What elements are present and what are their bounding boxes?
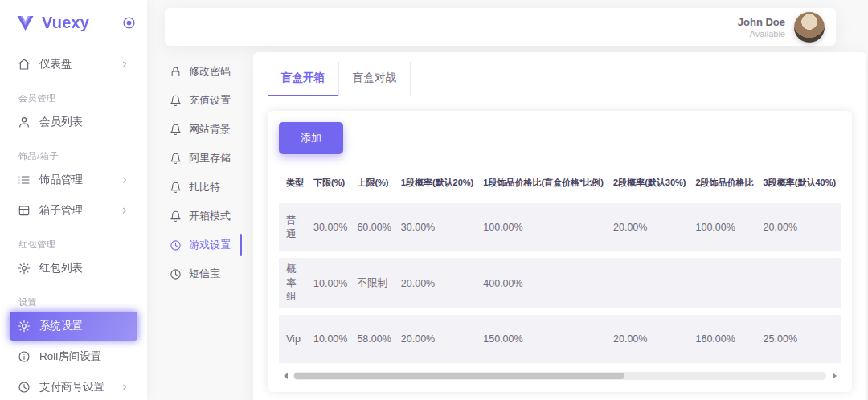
bell-icon — [170, 124, 182, 136]
settings-nav-item-zhabite[interactable]: 扎比特 — [170, 173, 235, 202]
table-row: 普通 30.00% 60.00% 30.00% 100.00% 20.00% 1… — [279, 203, 841, 251]
user-info: John Doe Available — [738, 16, 785, 39]
sidebar-item-label: 饰品管理 — [39, 173, 83, 187]
scrollbar-thumb[interactable] — [294, 373, 624, 379]
content-card: 盲盒开箱 盲盒对战 添加 类型 下限(%) 上限(%) 1段概率(默认20%) — [253, 52, 866, 400]
sidebar-item-roll-room-settings[interactable]: Roll房间设置 — [10, 342, 137, 371]
sidebar-item-redpacket-list[interactable]: 红包列表 — [10, 254, 137, 283]
sidebar-item-dashboard[interactable]: 仪表盘 — [10, 50, 137, 79]
cell-value: 10.00% — [309, 258, 352, 308]
settings-nav-label: 游戏设置 — [189, 238, 231, 252]
cell-value: 150.00% — [478, 315, 608, 363]
scrollbar-track[interactable] — [293, 372, 826, 380]
main-sidebar: Vuexy 仪表盘 会员管理 会员列表 饰品/箱子 饰品管理 箱子管理 红包管理… — [0, 0, 147, 400]
chevron-right-icon — [120, 206, 129, 215]
info-icon — [18, 350, 31, 363]
sidebar-item-label: 箱子管理 — [39, 203, 83, 218]
settings-nav-label: 短信宝 — [189, 267, 220, 281]
col-header-seg2-price-ratio: 2段饰品价格比 — [690, 169, 758, 197]
settings-nav-label: 充值设置 — [189, 93, 231, 108]
settings-nav-label: 网站背景 — [189, 122, 231, 137]
bell-icon — [170, 95, 182, 107]
cell-value: 30.00% — [396, 203, 478, 251]
cell-value: 10.00% — [309, 315, 352, 363]
sidebar-item-member-list[interactable]: 会员列表 — [10, 108, 137, 137]
col-header-seg3-prob: 3段概率(默认40%) — [759, 169, 841, 197]
clock-icon — [18, 381, 31, 394]
col-header-type: 类型 — [279, 169, 309, 197]
cell-value — [608, 258, 690, 308]
bell-icon — [170, 182, 182, 194]
brand-name[interactable]: Vuexy — [42, 14, 115, 32]
horizontal-scrollbar — [280, 371, 839, 381]
sidebar-item-label: 系统设置 — [39, 319, 83, 333]
list-icon — [18, 173, 31, 186]
brand-row: Vuexy — [0, 0, 147, 48]
cell-value: 58.00% — [352, 315, 395, 363]
avatar[interactable] — [794, 12, 825, 43]
gear-icon — [18, 320, 31, 333]
cell-value: 20.00% — [759, 203, 841, 251]
settings-nav-item-change-password[interactable]: 修改密码 — [170, 57, 235, 86]
main-area: John Doe Available 修改密码 充值设置 网站背景 阿里存储 — [147, 0, 868, 400]
user-status: Available — [738, 29, 785, 39]
col-header-seg1-prob: 1段概率(默认20%) — [396, 169, 478, 197]
home-icon — [18, 58, 31, 71]
table-row: 概率组 10.00% 不限制 20.00% 400.00% — [279, 258, 841, 308]
cell-value: 20.00% — [608, 315, 690, 363]
sidebar-item-decoration-mgmt[interactable]: 饰品管理 — [10, 165, 137, 194]
table-panel: 添加 类型 下限(%) 上限(%) 1段概率(默认20%) 1段饰品价格比(盲盒… — [268, 111, 852, 392]
table-wrap: 类型 下限(%) 上限(%) 1段概率(默认20%) 1段饰品价格比(盲盒价格*… — [279, 162, 841, 369]
user-name: John Doe — [738, 16, 785, 28]
settings-nav-item-game-settings[interactable]: 游戏设置 — [170, 231, 235, 259]
settings-nav-item-open-box-mode[interactable]: 开箱模式 — [170, 202, 235, 231]
box-icon — [18, 204, 31, 217]
sidebar-item-label: 支付商号设置 — [39, 380, 104, 394]
cell-value: 100.00% — [690, 203, 758, 251]
user-icon — [18, 116, 31, 129]
lock-icon — [170, 66, 182, 78]
add-button[interactable]: 添加 — [279, 122, 343, 154]
sidebar-item-system-settings[interactable]: 系统设置 — [10, 312, 137, 341]
scroll-left-icon[interactable] — [280, 371, 290, 381]
scroll-right-icon[interactable] — [829, 371, 839, 381]
vuexy-logo-icon[interactable] — [16, 15, 35, 31]
cell-value — [690, 258, 758, 308]
settings-nav: 修改密码 充值设置 网站背景 阿里存储 扎比特 开箱模式 — [165, 52, 235, 288]
bell-icon — [170, 153, 182, 165]
chevron-right-icon — [120, 175, 129, 185]
top-header: John Doe Available — [165, 8, 836, 46]
settings-nav-item-sms-bao[interactable]: 短信宝 — [170, 259, 235, 288]
col-header-upper-limit: 上限(%) — [352, 169, 395, 197]
nav-collapse-toggle-icon[interactable] — [122, 16, 136, 30]
sidebar-item-label: Roll房间设置 — [39, 349, 101, 364]
cell-value: 100.00% — [478, 203, 608, 251]
cell-value: 60.00% — [352, 203, 395, 251]
sidebar-section-settings: 设置 — [18, 296, 147, 308]
sidebar-item-label: 红包列表 — [39, 261, 83, 276]
cell-value: 25.00% — [759, 315, 841, 363]
tab-blindbox-open[interactable]: 盲盒开箱 — [268, 62, 339, 96]
cell-value: 不限制 — [352, 258, 395, 308]
bell-icon — [170, 210, 182, 222]
sidebar-item-box-mgmt[interactable]: 箱子管理 — [10, 196, 137, 225]
cell-value: 20.00% — [396, 315, 478, 363]
sidebar-section-member: 会员管理 — [18, 92, 147, 104]
settings-nav-label: 修改密码 — [189, 64, 231, 79]
table-row: Vip 10.00% 58.00% 20.00% 150.00% 20.00% … — [279, 315, 841, 363]
settings-nav-item-recharge[interactable]: 充值设置 — [170, 86, 235, 115]
cell-value: 160.00% — [690, 315, 758, 363]
col-header-lower-limit: 下限(%) — [309, 169, 352, 197]
settings-nav-item-ali-storage[interactable]: 阿里存储 — [170, 144, 235, 173]
settings-nav-label: 扎比特 — [189, 180, 220, 194]
sidebar-item-label: 仪表盘 — [39, 57, 72, 71]
cell-type: 普通 — [279, 203, 309, 251]
cell-value: 30.00% — [309, 203, 352, 251]
sidebar-section-decoration: 饰品/箱子 — [18, 150, 147, 162]
tabs: 盲盒开箱 盲盒对战 — [268, 62, 411, 96]
tab-blindbox-battle[interactable]: 盲盒对战 — [339, 62, 411, 96]
clock-icon — [170, 268, 182, 280]
settings-nav-item-site-background[interactable]: 网站背景 — [170, 115, 235, 144]
sidebar-item-payment-settings[interactable]: 支付商号设置 — [10, 373, 137, 400]
col-header-seg2-prob: 2段概率(默认30%) — [608, 169, 690, 197]
